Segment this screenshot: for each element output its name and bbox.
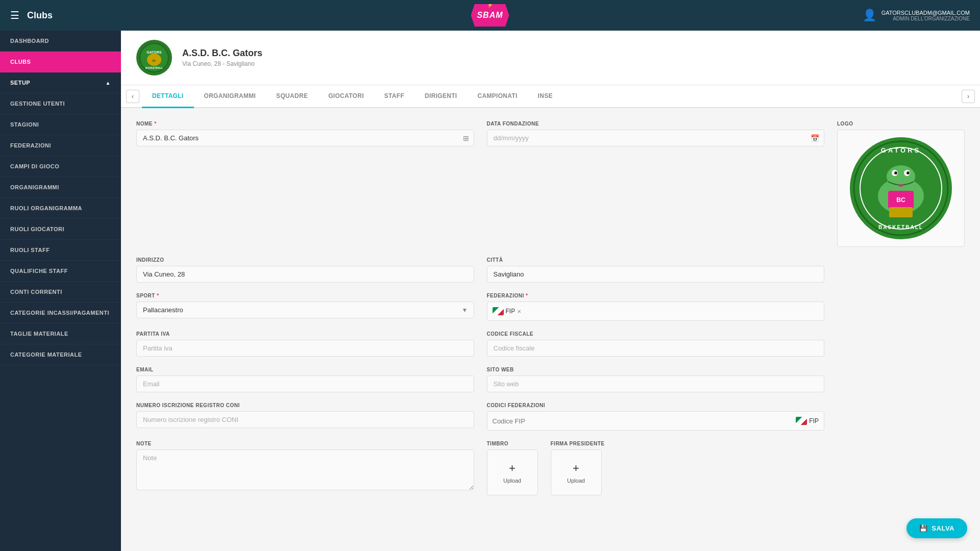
sidebar-item-conti-correnti[interactable]: CONTI CORRENTI <box>0 282 121 303</box>
partita-iva-input[interactable] <box>136 340 474 357</box>
sbam-text: SBAM <box>477 11 503 20</box>
nome-label: NOME * <box>136 121 474 127</box>
sito-web-input[interactable] <box>487 375 825 392</box>
indirizzo-input[interactable] <box>136 266 474 283</box>
user-info: 👤 GATORSCLUBADM@GMAIL.COM ADMIN DELL'ORG… <box>863 9 970 22</box>
timbro-section: TIMBRO + Upload <box>487 441 538 495</box>
logo-box: BC GATORS BASKETBALL <box>837 130 965 247</box>
sidebar-item-categorie-materiale[interactable]: CATEGORIE MATERIALE <box>0 344 121 365</box>
save-label: SALVA <box>932 524 954 532</box>
firma-upload-box[interactable]: + Upload <box>551 449 602 495</box>
nome-input[interactable] <box>136 130 474 146</box>
logo-spacer5 <box>837 403 965 431</box>
sidebar-item-federazioni[interactable]: FEDERAZIONI <box>0 135 121 156</box>
tab-next-button[interactable]: › <box>962 90 975 103</box>
citta-col: CITTÀ <box>487 257 825 283</box>
sidebar-item-setup[interactable]: SETUP ▲ <box>0 72 121 93</box>
fip-badge: FIP <box>796 417 819 425</box>
fip-tag: FIP ✕ <box>493 307 522 315</box>
tab-prev-button[interactable]: ‹ <box>126 90 139 103</box>
fip-tag-label: FIP <box>506 308 516 315</box>
sbam-logo: ⚡ SBAM <box>471 4 509 27</box>
firma-presidente-section: FIRMA PRESIDENTE + Upload <box>551 441 605 495</box>
form-row-7: NOTE TIMBRO + Upload FIRMA PRES <box>136 441 965 495</box>
sport-select[interactable]: Pallacanestro <box>136 302 474 318</box>
data-fondazione-label: DATA FONDAZIONE <box>487 121 825 127</box>
club-header-info: A.S.D. B.C. Gators Via Cuneo, 28 - Savig… <box>182 48 262 67</box>
logo-spacer4 <box>837 367 965 392</box>
tabs-bar: ‹ DETTAGLI ORGANIGRAMMI SQUADRE GIOCATOR… <box>121 85 980 108</box>
sidebar-item-stagioni[interactable]: STAGIONI <box>0 114 121 135</box>
logo-col: LOGO <box>837 121 965 247</box>
data-fondazione-input[interactable] <box>487 130 825 146</box>
fip-badge-logo <box>796 417 807 425</box>
svg-rect-15 <box>889 207 913 217</box>
svg-text:BASKETBALL: BASKETBALL <box>145 66 163 69</box>
sidebar-item-ruoli-organigramma[interactable]: RUOLI ORGANIGRAMMA <box>0 198 121 219</box>
note-textarea[interactable] <box>136 449 474 490</box>
sidebar-item-ruoli-staff[interactable]: RUOLI STAFF <box>0 240 121 261</box>
tab-campionati[interactable]: CAMPIONATI <box>467 85 527 108</box>
numero-iscrizione-col: NUMERO ISCRIZIONE REGISTRO CONI <box>136 403 474 431</box>
note-col: NOTE <box>136 441 474 495</box>
sidebar-item-ruoli-giocatori[interactable]: RUOLI GIOCATORI <box>0 219 121 240</box>
sidebar-item-gestione-utenti[interactable]: GESTIONE UTENTI <box>0 93 121 114</box>
user-icon: 👤 <box>863 9 876 22</box>
user-text: GATORSCLUBADM@GMAIL.COM ADMIN DELL'ORGAN… <box>881 10 970 21</box>
sidebar-item-taglie-materiale[interactable]: TAGLIE MATERIALE <box>0 323 121 344</box>
sidebar-item-categorie-incassi[interactable]: CATEGORIE INCASSI/PAGAMENTI <box>0 303 121 323</box>
lightning-icon: ⚡ <box>487 2 493 8</box>
svg-text:GATORS: GATORS <box>146 51 162 54</box>
data-fondazione-col: DATA FONDAZIONE 📅 <box>487 121 825 247</box>
timbro-upload-box[interactable]: + Upload <box>487 449 538 495</box>
sport-required-star: * <box>157 293 159 298</box>
setup-label: SETUP <box>10 80 30 86</box>
numero-iscrizione-input[interactable] <box>136 411 474 428</box>
federazioni-label: FEDERAZIONI * <box>487 293 825 298</box>
federazioni-tag-input[interactable]: FIP ✕ <box>487 302 825 321</box>
tab-squadre[interactable]: SQUADRE <box>266 85 318 108</box>
email-input[interactable] <box>136 375 474 392</box>
firma-upload-text: Upload <box>567 478 585 484</box>
sport-select-wrap: Pallacanestro ▼ <box>136 302 474 318</box>
form-row-2: INDIRIZZO CITTÀ <box>136 257 965 283</box>
save-icon: 💾 <box>919 524 928 532</box>
fip-badge-label: FIP <box>809 417 819 424</box>
codice-fiscale-input[interactable] <box>487 340 825 357</box>
email-label: EMAIL <box>136 367 474 372</box>
gators-logo-svg: BC GATORS BASKETBALL <box>852 140 949 237</box>
sidebar-item-qualifiche-staff[interactable]: QUALIFICHE STAFF <box>0 261 121 282</box>
sidebar-item-dashboard[interactable]: DASHBOARD <box>0 31 121 52</box>
sport-col: SPORT * Pallacanestro ▼ <box>136 293 474 321</box>
calendar-icon: 📅 <box>811 134 819 142</box>
tab-dettagli[interactable]: DETTAGLI <box>142 85 194 108</box>
sidebar-item-campi-di-gioco[interactable]: CAMPI DI GIOCO <box>0 156 121 177</box>
sidebar-item-organigrammi[interactable]: ORGANIGRAMMI <box>0 177 121 198</box>
fip-logo <box>493 307 504 315</box>
tab-inse[interactable]: INSE <box>528 85 563 108</box>
tab-dirigenti[interactable]: DIRIGENTI <box>414 85 467 108</box>
menu-icon[interactable]: ☰ <box>10 9 19 21</box>
tab-giocatori[interactable]: GIOCATORI <box>318 85 374 108</box>
citta-label: CITTÀ <box>487 257 825 263</box>
main-layout: DASHBOARD CLUBS SETUP ▲ GESTIONE UTENTI … <box>0 31 980 551</box>
email-col: EMAIL <box>136 367 474 392</box>
logo-spacer <box>837 257 965 283</box>
indirizzo-col: INDIRIZZO <box>136 257 474 283</box>
svg-point-12 <box>906 171 910 174</box>
tab-organigrammi[interactable]: ORGANIGRAMMI <box>194 85 266 108</box>
top-navigation: ☰ Clubs ⚡ SBAM 👤 GATORSCLUBADM@GMAIL.COM… <box>0 0 980 31</box>
codici-federazioni-input[interactable] <box>493 417 792 425</box>
indirizzo-label: INDIRIZZO <box>136 257 474 263</box>
sport-label: SPORT * <box>136 293 474 298</box>
sito-web-label: SITO WEB <box>487 367 825 372</box>
club-logo-svg: GATORS BC BASKETBALL <box>139 42 169 73</box>
sidebar-item-clubs[interactable]: CLUBS <box>0 52 121 72</box>
logo-spacer6 <box>837 441 965 495</box>
numero-iscrizione-label: NUMERO ISCRIZIONE REGISTRO CONI <box>136 403 474 408</box>
codici-federazioni-label: CODICI FEDERAZIONI <box>487 403 825 408</box>
save-button[interactable]: 💾 SALVA <box>906 518 967 538</box>
fip-tag-remove[interactable]: ✕ <box>517 309 521 314</box>
tab-staff[interactable]: STAFF <box>374 85 414 108</box>
citta-input[interactable] <box>487 266 825 283</box>
